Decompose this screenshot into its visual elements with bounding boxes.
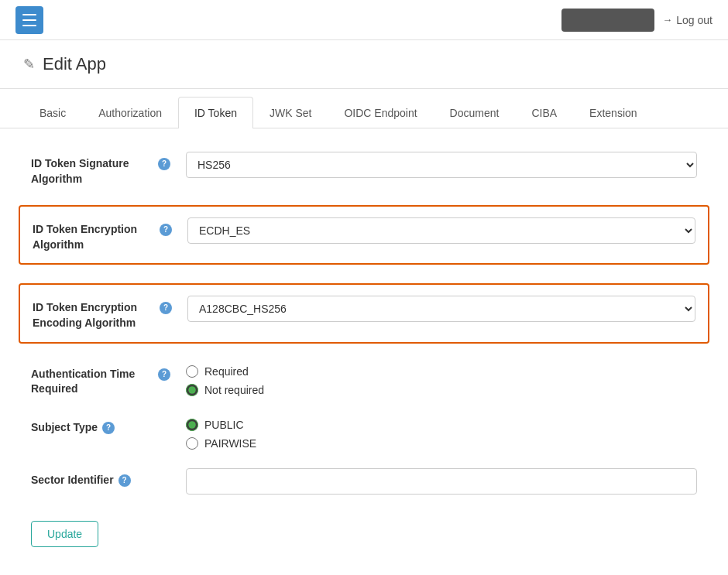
tab-authorization[interactable]: Authorization — [82, 97, 178, 128]
tab-document[interactable]: Document — [434, 97, 516, 128]
signature-algorithm-help-icon[interactable]: ? — [158, 158, 170, 170]
subject-type-pairwise-radio[interactable] — [186, 437, 198, 450]
tab-ciba[interactable]: CIBA — [515, 97, 573, 128]
encryption-algorithm-label: ID Token Encryption Algorithm ? — [33, 217, 172, 252]
page-title: Edit App — [43, 54, 106, 74]
topnav-right: → Log out — [561, 9, 713, 32]
signature-algorithm-select[interactable]: HS256 RS256 ES256 PS256 — [186, 152, 697, 178]
encryption-encoding-input: A128CBC_HS256 A192CBC_HS384 A256CBC_HS51… — [187, 296, 695, 322]
hamburger-line-1 — [22, 14, 36, 15]
topnav-left — [15, 6, 43, 34]
encryption-encoding-select[interactable]: A128CBC_HS256 A192CBC_HS384 A256CBC_HS51… — [187, 296, 695, 322]
hamburger-line-3 — [22, 25, 36, 26]
auth-time-required-label: Authentication Time Required ? — [31, 362, 170, 397]
auth-time-required-radio-label: Required — [204, 365, 249, 378]
tab-jwk-set[interactable]: JWK Set — [253, 97, 328, 128]
encryption-algorithm-input: ECDH_ES RSA-OAEP RSA-OAEP-256 A128KW A19… — [187, 217, 695, 244]
auth-time-required-option[interactable]: Required — [186, 365, 697, 378]
encryption-algorithm-help-icon[interactable]: ? — [160, 224, 172, 236]
auth-time-not-required-option[interactable]: Not required — [186, 384, 697, 396]
logout-label: Log out — [676, 14, 713, 26]
page-header: ✎ Edit App — [0, 40, 728, 89]
auth-time-required-radio[interactable] — [186, 365, 198, 378]
tab-extension[interactable]: Extension — [573, 97, 653, 128]
subject-type-row: Subject Type ? PUBLIC PAIRWISE — [31, 416, 697, 450]
auth-time-required-input: Required Not required — [186, 362, 697, 396]
encryption-encoding-row: ID Token Encryption Encoding Algorithm ?… — [19, 283, 709, 343]
signature-algorithm-row: ID Token Signature Algorithm ? HS256 RS2… — [31, 152, 697, 187]
encryption-algorithm-row: ID Token Encryption Algorithm ? ECDH_ES … — [19, 205, 709, 265]
auth-time-not-required-radio[interactable] — [186, 384, 198, 396]
signature-algorithm-label: ID Token Signature Algorithm ? — [31, 152, 170, 187]
sector-identifier-field[interactable] — [186, 468, 697, 495]
tab-basic[interactable]: Basic — [23, 97, 82, 128]
tab-bar: Basic Authorization ID Token JWK Set OID… — [0, 97, 728, 128]
subject-type-public-label: PUBLIC — [204, 419, 244, 431]
sector-identifier-row: Sector Identifier ? — [31, 468, 697, 495]
top-navigation: → Log out — [0, 0, 728, 40]
subject-type-radio-group: PUBLIC PAIRWISE — [186, 416, 697, 450]
encryption-encoding-help-icon[interactable]: ? — [160, 302, 172, 314]
main-content: ID Token Signature Algorithm ? HS256 RS2… — [0, 128, 728, 570]
signature-algorithm-input: HS256 RS256 ES256 PS256 — [186, 152, 697, 178]
hamburger-button[interactable] — [15, 6, 43, 34]
logout-link[interactable]: → Log out — [662, 14, 713, 26]
subject-type-input: PUBLIC PAIRWISE — [186, 416, 697, 450]
auth-time-required-row: Authentication Time Required ? Required … — [31, 362, 697, 397]
sector-identifier-label: Sector Identifier ? — [31, 468, 170, 488]
tab-oidc-endpoint[interactable]: OIDC Endpoint — [328, 97, 433, 128]
subject-type-help-icon[interactable]: ? — [102, 422, 115, 434]
hamburger-line-2 — [22, 19, 36, 21]
encryption-encoding-label: ID Token Encryption Encoding Algorithm ? — [33, 296, 172, 330]
tab-id-token[interactable]: ID Token — [178, 97, 253, 128]
sector-identifier-input — [186, 468, 697, 495]
user-info — [561, 9, 654, 32]
edit-icon: ✎ — [23, 56, 35, 73]
auth-time-not-required-radio-label: Not required — [204, 384, 264, 396]
subject-type-public-radio[interactable] — [186, 419, 198, 431]
update-button[interactable]: Update — [31, 521, 98, 547]
subject-type-label: Subject Type ? — [31, 416, 170, 436]
subject-type-pairwise-option[interactable]: PAIRWISE — [186, 437, 697, 450]
subject-type-pairwise-label: PAIRWISE — [204, 437, 256, 450]
logout-icon: → — [662, 14, 672, 26]
encryption-algorithm-select[interactable]: ECDH_ES RSA-OAEP RSA-OAEP-256 A128KW A19… — [187, 217, 695, 244]
auth-time-required-help-icon[interactable]: ? — [158, 368, 170, 381]
auth-time-radio-group: Required Not required — [186, 362, 697, 396]
subject-type-public-option[interactable]: PUBLIC — [186, 419, 697, 431]
sector-identifier-help-icon[interactable]: ? — [118, 474, 131, 487]
